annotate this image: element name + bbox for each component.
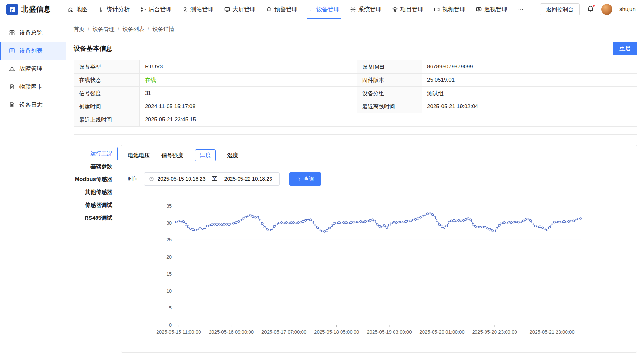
nav-item-label: 地图 xyxy=(76,5,88,13)
tab-content-card: 电池电压信号强度温度湿度 时间 2025-05-15 10:18:23 至 20… xyxy=(121,145,637,353)
project-icon xyxy=(392,6,398,13)
info-label: 设备分组 xyxy=(357,87,422,100)
nav-item-screen[interactable]: 大屏管理 xyxy=(219,0,261,19)
nav-item-alert[interactable]: 预警管理 xyxy=(261,0,303,19)
gear-icon xyxy=(350,6,356,13)
video-icon xyxy=(434,6,440,13)
nav-item-label: 巡视管理 xyxy=(484,5,507,13)
metric-tab[interactable]: 湿度 xyxy=(227,149,238,161)
info-label: 设备类型 xyxy=(74,60,140,74)
sidebar-item-fault[interactable]: 故障管理 xyxy=(0,60,66,78)
query-button[interactable]: 查询 xyxy=(289,172,321,186)
nav-item-project[interactable]: 项目管理 xyxy=(387,0,429,19)
title-row: 设备基本信息 重启 xyxy=(74,42,637,55)
left-tab[interactable]: 基础参数 xyxy=(74,160,112,173)
left-tab[interactable]: 传感器调试 xyxy=(74,198,112,211)
info-label: 设备IMEI xyxy=(357,60,422,74)
active-tab-indicator xyxy=(117,147,118,160)
nav-item-label: 视频管理 xyxy=(442,5,465,13)
svg-text:2025-05-21 23:00:00: 2025-05-21 23:00:00 xyxy=(529,329,574,335)
main-content: 首页/设备管理/设备列表/设备详情 设备基本信息 重启 设备类型RTUV3设备I… xyxy=(66,19,644,355)
log-icon xyxy=(9,102,15,108)
nav-item-home[interactable]: 地图 xyxy=(63,0,93,19)
svg-text:15: 15 xyxy=(166,271,172,277)
svg-text:5: 5 xyxy=(169,305,172,310)
info-label: 最近上线时间 xyxy=(74,113,140,127)
range-end-value: 2025-05-22 10:18:23 xyxy=(224,176,272,182)
restart-button[interactable]: 重启 xyxy=(613,42,637,55)
metric-tab[interactable]: 电池电压 xyxy=(128,149,150,161)
breadcrumb-item[interactable]: 设备管理 xyxy=(93,25,115,33)
left-tab[interactable]: 其他传感器 xyxy=(74,186,112,198)
left-tab[interactable]: 运行工况 xyxy=(74,147,112,160)
info-label: 固件版本 xyxy=(357,74,422,87)
nav-item-label: 设备管理 xyxy=(316,5,340,13)
nav-item-video[interactable]: 视频管理 xyxy=(429,0,471,19)
left-tab[interactable]: Modbus传感器 xyxy=(74,173,112,186)
metric-tab[interactable]: 信号强度 xyxy=(161,149,183,161)
info-value: 2025-05-21 23:45:15 xyxy=(140,113,637,127)
info-row: 最近上线时间2025-05-21 23:45:15 xyxy=(74,113,637,127)
nav-item-patrol[interactable]: 巡视管理 xyxy=(471,0,513,19)
breadcrumb-item: 设备详情 xyxy=(152,25,174,33)
svg-text:0: 0 xyxy=(169,322,172,328)
return-console-button[interactable]: 返回控制台 xyxy=(540,3,580,15)
info-row: 信号强度31设备分组测试组 xyxy=(74,87,637,100)
sidebar-item-label: 物联网卡 xyxy=(19,83,43,91)
nav-item-device[interactable]: 设备管理 xyxy=(303,0,345,19)
metric-tab[interactable]: 温度 xyxy=(195,149,216,161)
brand-logo-icon xyxy=(6,4,18,15)
breadcrumb-separator: / xyxy=(148,26,149,33)
nav-item-stats[interactable]: 统计分析 xyxy=(93,0,135,19)
svg-text:2025-05-19 03:00:00: 2025-05-19 03:00:00 xyxy=(367,329,412,335)
info-value: 测试组 xyxy=(422,87,637,100)
left-tab[interactable]: RS485调试 xyxy=(74,211,112,224)
nav-item-station[interactable]: 测站管理 xyxy=(177,0,219,19)
breadcrumb-item[interactable]: 首页 xyxy=(74,25,85,33)
info-row: 在线状态在线固件版本25.0519.01 xyxy=(74,74,637,87)
clock-icon xyxy=(149,176,154,182)
sidebar: 设备总览设备列表故障管理物联网卡设备日志 xyxy=(0,19,66,355)
left-vertical-tabs: 运行工况基础参数Modbus传感器其他传感器传感器调试RS485调试 xyxy=(74,145,112,353)
svg-text:30: 30 xyxy=(166,220,172,226)
overview-icon xyxy=(9,29,15,36)
username: shujun xyxy=(619,6,636,13)
svg-text:2025-05-20 01:00:00: 2025-05-20 01:00:00 xyxy=(419,329,464,335)
info-value: 31 xyxy=(140,87,357,100)
nav-item-backend[interactable]: 后台管理 xyxy=(135,0,177,19)
info-label: 最近离线时间 xyxy=(357,100,422,113)
svg-text:2025-05-16 09:00:00: 2025-05-16 09:00:00 xyxy=(209,329,254,335)
sidebar-item-label: 设备日志 xyxy=(19,101,43,109)
svg-text:35: 35 xyxy=(166,203,172,208)
home-icon xyxy=(68,6,74,13)
date-range-input[interactable]: 2025-05-15 10:18:23 至 2025-05-22 10:18:2… xyxy=(144,172,280,186)
info-value: 2025-05-21 19:02:04 xyxy=(422,100,637,113)
sidebar-item-list[interactable]: 设备列表 xyxy=(0,42,66,60)
nav-item-more[interactable] xyxy=(513,0,529,19)
list-icon xyxy=(9,47,15,54)
sidebar-item-overview[interactable]: 设备总览 xyxy=(0,24,66,42)
notification-bell-icon[interactable] xyxy=(587,5,594,14)
avatar[interactable] xyxy=(601,4,612,15)
device-icon xyxy=(308,6,314,13)
svg-text:2025-05-18 05:00:00: 2025-05-18 05:00:00 xyxy=(314,329,359,335)
info-value: 25.0519.01 xyxy=(422,74,637,87)
sidebar-item-log[interactable]: 设备日志 xyxy=(0,96,66,114)
screen-icon xyxy=(224,6,230,13)
info-value: 2024-11-05 15:17:08 xyxy=(140,100,357,113)
nav-item-gear[interactable]: 系统管理 xyxy=(345,0,387,19)
range-start-value: 2025-05-15 10:18:23 xyxy=(158,176,206,182)
main-nav: 地图统计分析后台管理测站管理大屏管理预警管理设备管理系统管理项目管理视频管理巡视… xyxy=(63,0,529,19)
time-filter-label: 时间 xyxy=(128,175,139,183)
sidebar-item-simcard[interactable]: 物联网卡 xyxy=(0,78,66,96)
search-icon xyxy=(296,177,301,182)
svg-text:10: 10 xyxy=(166,288,172,294)
query-button-label: 查询 xyxy=(303,175,314,183)
simcard-icon xyxy=(9,84,15,90)
svg-text:20: 20 xyxy=(166,254,172,259)
temperature-line-chart: 051015202530352025-05-15 11:00:002025-05… xyxy=(121,191,635,343)
alert-icon xyxy=(266,6,272,13)
stats-icon xyxy=(98,6,104,13)
nav-item-label: 大屏管理 xyxy=(232,5,256,13)
breadcrumb-item[interactable]: 设备列表 xyxy=(122,25,144,33)
